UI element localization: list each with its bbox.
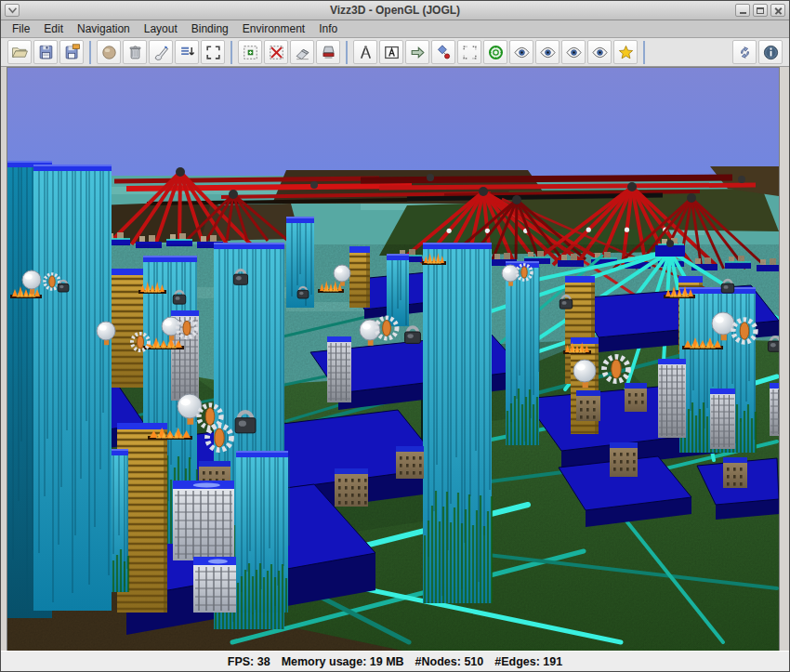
save-icon [37, 44, 55, 61]
refresh-icon [736, 44, 754, 61]
eye-icon [591, 44, 609, 61]
fps-value: FPS: 38 [228, 655, 270, 668]
toolbar-right-group [731, 40, 783, 64]
info-icon [762, 44, 780, 61]
menu-bar: FileEditNavigationLayoutBindingEnvironme… [1, 20, 789, 38]
toolbar-separator [346, 41, 348, 64]
menu-info[interactable]: Info [313, 21, 343, 36]
label-button[interactable] [379, 40, 403, 64]
info-button[interactable] [758, 40, 783, 64]
remove-node-icon [268, 44, 285, 61]
window-controls [735, 4, 785, 17]
scene-canvas [7, 68, 779, 652]
sort-layers-button[interactable] [175, 40, 199, 64]
menu-binding[interactable]: Binding [186, 21, 234, 36]
arrow-right-icon [409, 44, 427, 61]
sphere-icon [100, 44, 118, 61]
trash-icon [126, 44, 144, 61]
eye-4-button[interactable] [587, 40, 612, 64]
eye-icon [539, 44, 557, 61]
sky [7, 68, 779, 178]
nodes-count: #Nodes: 510 [415, 655, 484, 668]
star-icon [617, 44, 635, 61]
timer-button[interactable] [483, 40, 507, 64]
nodes-icon [435, 44, 453, 61]
eye-icon [565, 44, 583, 61]
minimize-button[interactable] [735, 4, 750, 17]
fit-view-button[interactable] [201, 40, 225, 64]
window-title: Vizz3D - OpenGL (JOGL) [1, 4, 789, 17]
timer-icon [487, 44, 505, 61]
close-icon [774, 7, 783, 15]
forward-button[interactable] [405, 40, 429, 64]
toolbar-separator [89, 41, 91, 64]
select-region-button[interactable] [457, 40, 481, 64]
paint-button[interactable] [149, 40, 173, 64]
add-node-button[interactable] [238, 40, 262, 64]
paint-icon [152, 44, 170, 61]
delete-button[interactable] [123, 40, 147, 64]
menu-layout[interactable]: Layout [138, 21, 183, 36]
menu-navigation[interactable]: Navigation [72, 21, 136, 36]
toolbar-separator [230, 41, 232, 64]
label-icon [383, 44, 401, 61]
close-button[interactable] [770, 4, 785, 17]
eye-icon [513, 44, 531, 61]
eye-2-button[interactable] [535, 40, 560, 64]
status-bar: FPS: 38 Memory usage: 19 MB #Nodes: 510 … [1, 651, 789, 671]
refresh-button[interactable] [732, 40, 757, 64]
eye-1-button[interactable] [509, 40, 533, 64]
measure-button[interactable] [353, 40, 377, 64]
fit-icon [204, 44, 222, 61]
menu-environment[interactable]: Environment [237, 21, 310, 36]
3d-viewport[interactable] [7, 67, 780, 652]
menu-edit[interactable]: Edit [38, 21, 69, 36]
remove-node-button[interactable] [264, 40, 288, 64]
open-icon [11, 44, 29, 61]
toolbar-separator [643, 41, 645, 64]
stamp-button[interactable] [316, 40, 340, 64]
title-bar: Vizz3D - OpenGL (JOGL) [1, 1, 789, 20]
layers-icon [178, 44, 196, 61]
memory-usage-value: Memory usage: 19 MB [282, 655, 404, 668]
save-button[interactable] [33, 40, 58, 64]
eraser-button[interactable] [290, 40, 314, 64]
sphere-button[interactable] [97, 40, 121, 64]
eraser-red-icon [320, 44, 337, 61]
vizz3d-window: Vizz3D - OpenGL (JOGL) FileEditNavigatio… [0, 0, 790, 672]
edges-count: #Edges: 191 [494, 655, 562, 668]
eraser-icon [294, 44, 311, 61]
menu-file[interactable]: File [7, 21, 35, 36]
eye-3-button[interactable] [561, 40, 586, 64]
compass-icon [357, 44, 375, 61]
minimize-icon [740, 12, 746, 14]
maximize-icon [757, 7, 764, 14]
maximize-button[interactable] [753, 4, 768, 17]
favorites-button[interactable] [613, 40, 638, 64]
add-node-icon [242, 44, 259, 61]
open-button[interactable] [7, 40, 32, 64]
node-edge-button[interactable] [431, 40, 455, 64]
save-as-icon [63, 44, 81, 61]
save-as-button[interactable] [59, 40, 84, 64]
toolbar [1, 38, 789, 67]
select-region-icon [461, 44, 479, 61]
